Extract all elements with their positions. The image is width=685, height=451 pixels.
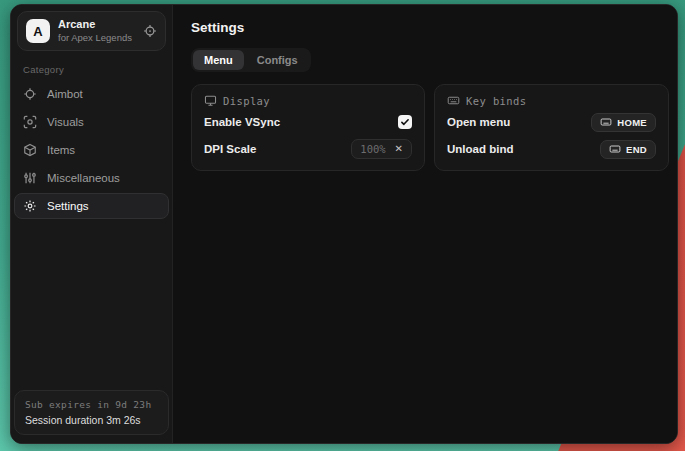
open-menu-bind-button[interactable]: HOME [591, 113, 656, 132]
keybinds-card: Key binds Open menu HOME [434, 84, 669, 171]
display-card-header: Display [204, 94, 412, 107]
clear-icon[interactable]: ✕ [395, 144, 403, 154]
scan-eye-icon [23, 115, 37, 129]
app-meta: Arcane for Apex Legends [58, 18, 135, 44]
tab-menu[interactable]: Menu [193, 50, 244, 70]
target-icon[interactable] [143, 24, 157, 38]
app-header-card: A Arcane for Apex Legends [17, 11, 166, 51]
setting-row-vsync: Enable VSync [204, 110, 412, 134]
sidebar-item-visuals[interactable]: Visuals [14, 109, 169, 135]
setting-row-open-menu: Open menu HOME [447, 110, 656, 134]
dpi-scale-control[interactable]: 100% ✕ [351, 139, 412, 159]
sidebar-item-miscellaneous[interactable]: Miscellaneous [14, 165, 169, 191]
keyboard-icon [609, 143, 621, 155]
vsync-label: Enable VSync [204, 116, 280, 128]
setting-row-unload-bind: Unload bind END [447, 137, 656, 161]
open-menu-key: HOME [617, 117, 647, 128]
app-name: Arcane [58, 18, 135, 32]
settings-cards: Display Enable VSync DPI Scale [191, 84, 669, 171]
monitor-icon [204, 94, 217, 107]
unload-bind-button[interactable]: END [600, 140, 656, 159]
sidebar-nav: Aimbot Visuals [11, 81, 172, 219]
desktop-backdrop: A Arcane for Apex Legends Category [0, 0, 685, 451]
sidebar-item-label: Items [47, 144, 75, 156]
keyboard-icon [600, 116, 612, 128]
sidebar-item-label: Visuals [47, 116, 84, 128]
open-menu-label: Open menu [447, 116, 510, 128]
session-duration-text: Session duration 3m 26s [25, 414, 158, 426]
sidebar-item-settings[interactable]: Settings [14, 193, 169, 219]
sidebar-item-aimbot[interactable]: Aimbot [14, 81, 169, 107]
sidebar-item-label: Miscellaneous [47, 172, 120, 184]
subscription-info-box: Sub expires in 9d 23h Session duration 3… [14, 390, 169, 435]
app-window: A Arcane for Apex Legends Category [10, 4, 678, 444]
app-logo: A [26, 19, 50, 43]
keybinds-card-title: Key binds [466, 95, 527, 107]
sidebar-item-label: Aimbot [47, 88, 83, 100]
category-label: Category [23, 64, 172, 75]
gear-icon [23, 199, 37, 213]
vsync-checkbox[interactable] [398, 115, 412, 129]
dpi-scale-label: DPI Scale [204, 143, 256, 155]
page-title: Settings [191, 20, 669, 35]
tab-configs[interactable]: Configs [246, 50, 309, 70]
sidebar-item-label: Settings [47, 200, 89, 212]
sidebar: A Arcane for Apex Legends Category [11, 5, 173, 443]
display-card-title: Display [223, 95, 270, 107]
keyboard-icon [447, 94, 460, 107]
unload-bind-key: END [626, 144, 647, 155]
sliders-icon [23, 171, 37, 185]
sub-expiry-text: Sub expires in 9d 23h [25, 399, 158, 410]
tab-bar: Menu Configs [191, 48, 311, 72]
setting-row-dpi-scale: DPI Scale 100% ✕ [204, 137, 412, 161]
dpi-scale-value[interactable]: 100% [360, 143, 385, 155]
package-icon [23, 143, 37, 157]
keybinds-card-header: Key binds [447, 94, 656, 107]
display-card: Display Enable VSync DPI Scale [191, 84, 425, 171]
app-subtitle: for Apex Legends [58, 32, 135, 44]
crosshair-icon [23, 87, 37, 101]
unload-bind-label: Unload bind [447, 143, 513, 155]
main-content: Settings Menu Configs Display [173, 5, 678, 443]
sidebar-item-items[interactable]: Items [14, 137, 169, 163]
